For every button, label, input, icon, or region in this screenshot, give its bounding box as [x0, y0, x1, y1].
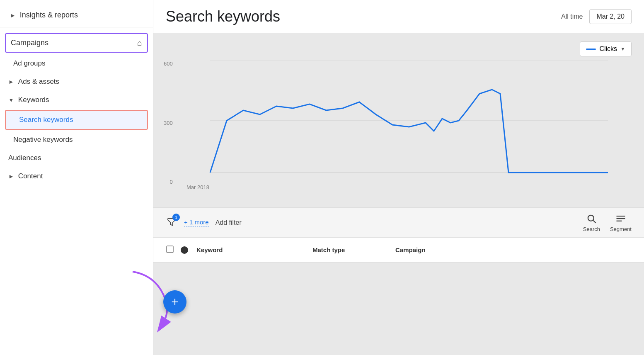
sidebar-item-campaigns[interactable]: Campaigns ⌂: [5, 33, 148, 53]
sidebar-item-ad-groups[interactable]: Ad groups: [0, 54, 153, 73]
table-status-dot: [181, 246, 188, 254]
page-title: Search keywords: [166, 8, 561, 25]
chart-y-labels: 600 300 0: [164, 61, 173, 193]
sidebar-item-ads-assets[interactable]: ► Ads & assets: [0, 73, 153, 91]
filter-icon-container[interactable]: 1: [166, 216, 177, 229]
sidebar-item-audiences[interactable]: Audiences: [0, 149, 153, 167]
sidebar: ► Insights & reports Campaigns ⌂ Ad grou…: [0, 0, 153, 355]
main-header: Search keywords All time Mar 2, 20: [153, 0, 644, 33]
all-time-label: All time: [561, 13, 583, 20]
table-select-all-checkbox[interactable]: [166, 245, 174, 255]
table-header: Keyword Match type Campaign: [153, 238, 644, 263]
y-label-600: 600: [164, 61, 173, 67]
keywords-label: Keywords: [18, 96, 49, 104]
negative-keywords-label: Negative keywords: [13, 136, 73, 144]
date-range-button[interactable]: Mar 2, 20: [589, 9, 632, 24]
search-button[interactable]: Search: [583, 213, 600, 232]
chart-area: 600 300 0 Mar 2018: [186, 61, 632, 193]
chart-container: Clicks ▼ 600 300 0 Mar 2018: [153, 33, 644, 207]
expand-down-arrow-icon: ▼: [8, 97, 14, 103]
segment-icon: [615, 213, 627, 224]
sidebar-nav: Campaigns ⌂ Ad groups ► Ads & assets ▼ K…: [0, 27, 153, 355]
add-filter-button[interactable]: Add filter: [215, 219, 242, 226]
campaigns-label: Campaigns: [11, 39, 48, 47]
chevron-right-icon: ►: [10, 12, 16, 19]
sidebar-top: ► Insights & reports: [0, 0, 153, 27]
filter-bar: 1 + 1 more Add filter Search Segment: [153, 207, 644, 238]
content-label: Content: [18, 172, 43, 180]
expand-arrow-icon: ►: [8, 78, 14, 85]
table-col-match-type: Match type: [312, 246, 395, 253]
ads-assets-label: Ads & assets: [18, 78, 59, 86]
fab-icon: +: [171, 295, 179, 309]
sidebar-item-insights-reports[interactable]: ► Insights & reports: [8, 7, 145, 23]
segment-label: Segment: [610, 226, 632, 232]
expand-content-arrow-icon: ►: [8, 173, 14, 180]
y-label-300: 300: [164, 120, 173, 126]
clicks-line-icon: [586, 49, 596, 50]
chart-toolbar: Clicks ▼: [166, 41, 632, 56]
filter-badge: 1: [172, 214, 180, 221]
header-right: All time Mar 2, 20: [561, 9, 632, 24]
sidebar-item-content[interactable]: ► Content: [0, 167, 153, 185]
clicks-dropdown[interactable]: Clicks ▼: [580, 41, 632, 56]
table-col-campaign: Campaign: [395, 246, 478, 253]
sidebar-item-keywords[interactable]: ▼ Keywords: [0, 91, 153, 109]
chart-line: [210, 90, 608, 173]
fab-add-button[interactable]: +: [163, 290, 186, 314]
table-col-keyword: Keyword: [196, 246, 312, 253]
clicks-label: Clicks: [599, 45, 617, 53]
svg-point-4: [588, 215, 594, 221]
dropdown-arrow-icon: ▼: [620, 46, 625, 52]
sidebar-item-search-keywords[interactable]: Search keywords: [5, 110, 148, 130]
svg-line-5: [593, 221, 596, 223]
svg-rect-9: [167, 246, 173, 253]
segment-button[interactable]: Segment: [610, 213, 632, 232]
chart-svg: [186, 61, 632, 181]
sidebar-item-negative-keywords[interactable]: Negative keywords: [0, 131, 153, 149]
filter-more-button[interactable]: + 1 more: [184, 219, 209, 226]
search-icon: [586, 213, 597, 224]
y-label-0: 0: [164, 179, 173, 185]
main-content: Search keywords All time Mar 2, 20 Click…: [153, 0, 644, 355]
search-label: Search: [583, 226, 600, 232]
filter-right: Search Segment: [583, 213, 632, 232]
home-icon: ⌂: [137, 38, 142, 48]
insights-reports-label: Insights & reports: [20, 11, 78, 19]
search-keywords-label: Search keywords: [19, 116, 73, 124]
ad-groups-label: Ad groups: [13, 59, 46, 68]
audiences-label: Audiences: [8, 154, 41, 162]
x-label-mar2018: Mar 2018: [186, 184, 632, 190]
